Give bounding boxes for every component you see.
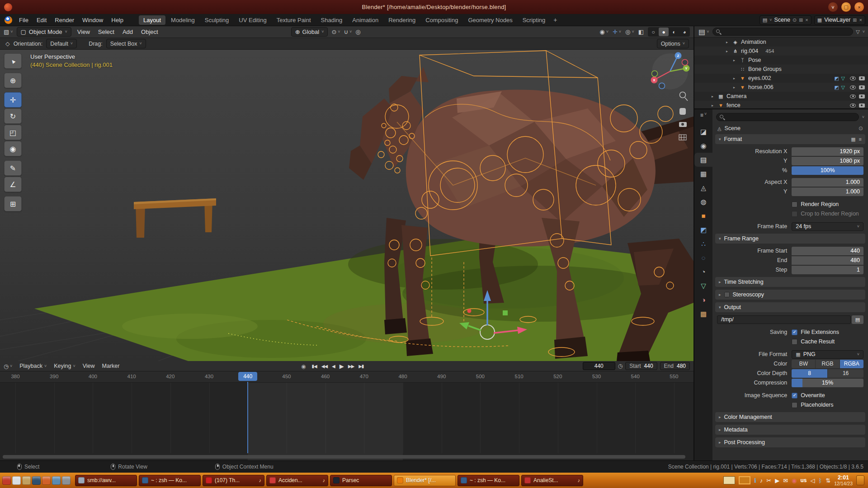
file-format-dropdown[interactable]: ▦PNG˅	[792, 350, 863, 359]
workspace-tab-rendering[interactable]: Rendering	[384, 15, 420, 25]
outliner-row-fence[interactable]: ▸▼fence	[694, 101, 868, 108]
expand-icon[interactable]: ▸	[726, 49, 731, 53]
add-workspace-button[interactable]: +	[553, 16, 557, 23]
camera-view-icon[interactable]	[679, 122, 687, 127]
taskbar-app-parsec[interactable]: Parsec	[330, 475, 392, 486]
pin-id-icon[interactable]: ⊙	[859, 125, 863, 131]
frame-end-field[interactable]: End480	[660, 362, 690, 370]
workspace-tab-compositing[interactable]: Compositing	[421, 15, 462, 25]
mail-indicator[interactable]: ✉	[783, 477, 788, 484]
crop-render-region-checkbox[interactable]	[792, 211, 797, 217]
placeholders-checkbox[interactable]	[792, 402, 797, 408]
properties-editor-selector[interactable]: ≡˅	[694, 112, 712, 118]
aspect-x-field[interactable]: 1.000	[792, 178, 863, 187]
options-dropdown[interactable]: Options˅	[657, 39, 689, 48]
expand-icon[interactable]: ▸	[712, 103, 717, 108]
frame-end-field[interactable]: 480	[792, 256, 863, 265]
disable-in-renders-toggle[interactable]	[859, 103, 865, 108]
expand-icon[interactable]: ▸	[712, 94, 717, 99]
rotate-tool[interactable]: ↻	[4, 108, 22, 124]
clock[interactable]: 2:01 12/14/23	[834, 474, 853, 486]
launcher-text-editor[interactable]	[52, 476, 61, 485]
time-stretching-section-header[interactable]: ▸ Time Stretching	[715, 277, 865, 287]
frame-range-section-header[interactable]: ▾ Frame Range	[715, 234, 865, 244]
workspace-tab-texture-paint[interactable]: Texture Paint	[272, 15, 316, 25]
outliner-row-pose[interactable]: ▸ᛉPose	[694, 56, 868, 65]
play-reverse-button[interactable]: ◀	[330, 364, 336, 369]
outliner-search-input[interactable]	[712, 28, 853, 36]
properties-tab-output[interactable]: ▤	[694, 153, 712, 167]
viewlayer-selector[interactable]: ▦ ViewLayer ⊞ ×	[814, 15, 865, 25]
filter-icon[interactable]: ▽	[856, 29, 859, 35]
launcher-show-desktop[interactable]	[12, 476, 21, 485]
timeline-scrollbar[interactable]	[3, 455, 685, 459]
hide-in-viewport-toggle[interactable]	[850, 94, 856, 99]
object-visibility-dropdown[interactable]: ◉˅	[599, 28, 609, 35]
outliner-row-camera[interactable]: ▸▦Camera	[694, 92, 868, 101]
zoom-view-icon[interactable]	[680, 92, 688, 101]
properties-tab-particles[interactable]: ∴	[694, 237, 712, 251]
resolution-x-field[interactable]: 1920 px	[792, 147, 863, 156]
move-tool[interactable]: ✛	[4, 92, 22, 108]
properties-tab-world[interactable]: ◍	[694, 195, 712, 209]
launcher-system-settings[interactable]	[62, 476, 71, 485]
taskbar-app-zsh-ko[interactable]: ~ : zsh — Ko...	[458, 475, 519, 486]
output-path-field[interactable]: /tmp/	[717, 315, 851, 324]
browse-output-folder-button[interactable]: ▤	[852, 315, 863, 324]
outliner-row-eyes-002[interactable]: ▸▼eyes.002◩▽	[694, 74, 868, 83]
timeline-menu-view[interactable]: View	[79, 363, 99, 369]
timeline-track-area[interactable]	[0, 383, 693, 460]
properties-tab-tool[interactable]: ◪	[694, 125, 712, 139]
depth-8-option[interactable]: 8	[792, 369, 827, 378]
menu-window[interactable]: Window	[78, 14, 107, 26]
new-scene-button[interactable]: ⊞	[799, 17, 803, 23]
fence-object[interactable]	[134, 198, 216, 238]
file-extensions-checkbox[interactable]	[792, 329, 797, 335]
color-rgb-option[interactable]: RGB	[816, 360, 839, 368]
orientation-dropdown[interactable]: Default˅	[46, 39, 77, 48]
outliner-editor-selector[interactable]: ▤˅	[698, 28, 710, 36]
snap-toggle[interactable]: ∪˅	[344, 28, 352, 35]
current-frame-field[interactable]: 440	[583, 362, 615, 370]
taskbar-app-107-th[interactable]: (107) Th...♪	[203, 475, 264, 486]
menu-edit[interactable]: Edit	[33, 14, 51, 26]
viewport-canvas[interactable]: Z X Y	[0, 50, 693, 361]
editor-type-selector[interactable]: ▧˅	[0, 28, 17, 35]
properties-options-icon[interactable]: ˅	[862, 115, 864, 119]
menu-render[interactable]: Render	[51, 14, 78, 26]
compression-slider[interactable]: 15%	[792, 379, 863, 387]
viewport-menu-view[interactable]: View	[73, 26, 94, 38]
format-section-header[interactable]: ▾ Format ▦≡	[715, 134, 865, 144]
post-processing-section-header[interactable]: ▸ Post Processing	[715, 437, 865, 447]
hide-in-viewport-toggle[interactable]	[850, 76, 856, 80]
cursor-tool[interactable]: ⊕	[4, 73, 22, 88]
measure-tool[interactable]: ∠	[4, 177, 22, 192]
unlink-scene-button[interactable]: ×	[805, 17, 808, 23]
expand-icon[interactable]: ▸	[726, 40, 731, 44]
3d-viewport[interactable]: Z X Y User Perspective (440	[0, 50, 693, 361]
render-region-checkbox[interactable]	[792, 202, 797, 207]
media-player-indicator[interactable]: ♪	[760, 477, 763, 484]
frame-step-field[interactable]: 1	[792, 266, 863, 274]
properties-tab-constraints[interactable]: ◔	[694, 265, 712, 279]
hide-in-viewport-toggle[interactable]	[850, 85, 856, 89]
properties-tab-render[interactable]: ◉	[694, 139, 712, 153]
properties-tab-view-layer[interactable]: ▦	[694, 167, 712, 181]
color-swatch[interactable]	[723, 476, 735, 484]
auto-keying-toggle[interactable]: ◉	[301, 363, 306, 370]
viewport-menu-add[interactable]: Add	[118, 26, 137, 38]
hide-in-viewport-toggle[interactable]	[850, 103, 856, 108]
workspace-tab-layout[interactable]: Layout	[139, 15, 165, 25]
workspace-tab-scripting[interactable]: Scripting	[518, 15, 550, 25]
metadata-section-header[interactable]: ▸ Metadata	[715, 425, 865, 435]
add-cube-tool[interactable]: ⊞	[4, 196, 22, 211]
filter-dropdown-icon[interactable]: ˅	[863, 30, 865, 34]
new-viewlayer-button[interactable]: ⊞	[853, 17, 857, 23]
properties-tab-scene[interactable]: ◬	[694, 181, 712, 195]
launcher-browser[interactable]	[42, 476, 51, 485]
properties-tab-material[interactable]: ◑	[694, 293, 712, 307]
mode-dropdown[interactable]: ▢ Object Mode ˅	[17, 27, 71, 37]
window-titlebar[interactable]: Blender* [/home/amalie/Desktop/blender/h…	[0, 0, 868, 14]
aspect-y-field[interactable]: 1.000	[792, 188, 863, 196]
properties-tab-texture[interactable]: ▩	[694, 307, 712, 321]
